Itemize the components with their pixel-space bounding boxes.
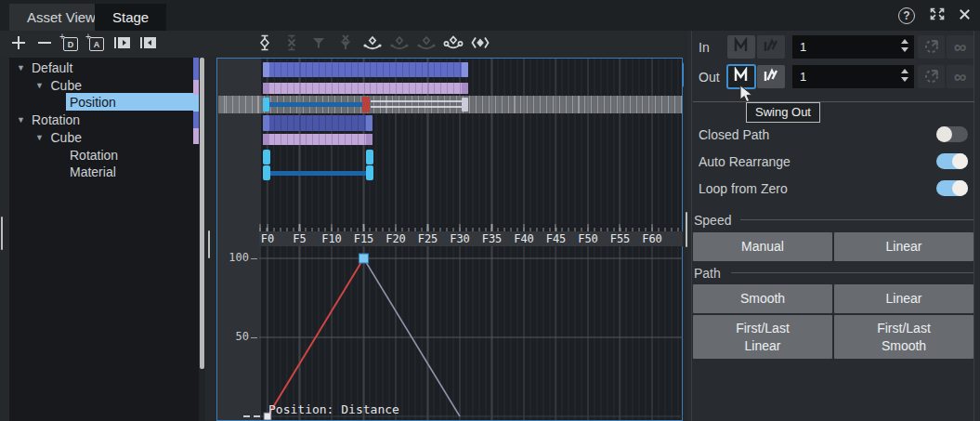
out-count-input[interactable]: 1 bbox=[792, 65, 914, 88]
path-smooth-button[interactable]: Smooth bbox=[693, 284, 832, 313]
in-count-spinner[interactable] bbox=[901, 39, 909, 52]
clip-start-handle[interactable] bbox=[263, 134, 269, 145]
tree-item-default[interactable]: ▼Default bbox=[9, 59, 205, 77]
collect-clip-button[interactable] bbox=[110, 33, 136, 57]
graph-keyframe-15[interactable] bbox=[359, 254, 369, 263]
help-button[interactable]: ? bbox=[895, 6, 918, 26]
path-first-last-linear-button[interactable]: First/LastLinear bbox=[693, 315, 832, 359]
save-clip-button[interactable] bbox=[136, 33, 162, 57]
curve-editor-plot[interactable] bbox=[259, 249, 683, 420]
keyframe-marker[interactable] bbox=[366, 165, 373, 180]
out-count-spinner[interactable] bbox=[901, 69, 909, 82]
loop-from-zero-toggle[interactable] bbox=[936, 180, 968, 196]
frame-label-f35: F35 bbox=[477, 232, 508, 245]
add-asset-button[interactable]: +A bbox=[84, 33, 110, 57]
effect-clip-2[interactable] bbox=[263, 134, 372, 145]
minus-icon bbox=[35, 33, 54, 56]
tree-item-rotation[interactable]: Rotation bbox=[9, 147, 205, 164]
in-infinite-button[interactable]: ∞ bbox=[947, 35, 973, 59]
delete-filtered-keys-button bbox=[332, 33, 359, 57]
speed-manual-button[interactable]: Manual bbox=[693, 232, 832, 261]
path-first-last-smooth-button[interactable]: First/LastSmooth bbox=[834, 315, 973, 359]
keyframe-marker[interactable] bbox=[263, 150, 270, 164]
application-window: Asset View Stage ? +D+A bbox=[0, 0, 980, 421]
clip-end-handle[interactable] bbox=[366, 115, 372, 131]
clip-end-handle[interactable] bbox=[462, 62, 468, 77]
closed-path-label: Closed Path bbox=[699, 127, 769, 142]
out-infinite-button[interactable]: ∞ bbox=[947, 65, 973, 88]
mouse-cursor bbox=[739, 85, 753, 108]
add-keyframe-button[interactable] bbox=[251, 33, 278, 57]
tree-item-material[interactable]: Material bbox=[9, 164, 205, 181]
curve-track-label: Position: Distance bbox=[268, 402, 399, 416]
transform-clip-2[interactable] bbox=[263, 115, 372, 131]
add-default-button[interactable]: +D bbox=[58, 33, 84, 57]
auto-rearrange-toggle[interactable] bbox=[936, 153, 968, 169]
in-loop-button[interactable] bbox=[918, 35, 945, 59]
timeline-panel: F0F5F10F15F20F25F30F35F40F45F50F55F60 10… bbox=[216, 58, 683, 421]
swing-in-button[interactable] bbox=[727, 35, 755, 59]
closed-path-toggle[interactable] bbox=[936, 126, 968, 142]
infinity-icon: ∞ bbox=[954, 38, 967, 56]
tree-item-rotation[interactable]: ▼Rotation bbox=[9, 112, 205, 129]
bounce-out-button[interactable] bbox=[757, 65, 785, 88]
expand-arrow-icon[interactable]: ▼ bbox=[17, 63, 25, 72]
transform-clip[interactable] bbox=[263, 62, 468, 77]
out-loop-button[interactable] bbox=[918, 65, 945, 88]
in-count-input[interactable]: 1 bbox=[792, 35, 914, 59]
tree-item-label: Cube bbox=[51, 78, 82, 93]
add-track-button[interactable] bbox=[6, 33, 32, 57]
speed-linear-button[interactable]: Linear bbox=[834, 232, 973, 261]
expand-arrow-icon[interactable]: ▼ bbox=[17, 115, 25, 125]
frame-label-f15: F15 bbox=[348, 232, 380, 245]
tree-item-label: Default bbox=[32, 60, 72, 75]
clip-end-handle[interactable] bbox=[462, 83, 468, 94]
clip-end-handle[interactable] bbox=[366, 134, 372, 145]
tree-item-cube[interactable]: ▼Cube bbox=[9, 129, 205, 147]
clip-start-handle[interactable] bbox=[263, 115, 269, 131]
curve-key-icon bbox=[416, 33, 437, 56]
clip-start-handle[interactable] bbox=[263, 83, 269, 94]
bounce-in-button[interactable] bbox=[757, 35, 785, 59]
remove-track-button[interactable] bbox=[32, 33, 58, 57]
tree-item-cube[interactable]: ▼Cube bbox=[9, 77, 205, 95]
keyframe-marker[interactable] bbox=[366, 150, 373, 164]
effect-clip[interactable] bbox=[263, 83, 468, 94]
add-d-box-icon: +D bbox=[63, 37, 78, 51]
loop-arrow-icon bbox=[922, 36, 941, 59]
frame-label-f60: F60 bbox=[636, 232, 668, 245]
track-toolbar: +D+A bbox=[6, 31, 162, 58]
close-button[interactable] bbox=[953, 6, 975, 26]
clip-start-handle[interactable] bbox=[263, 62, 269, 77]
keyframe-marker[interactable] bbox=[263, 165, 270, 180]
frame-label-f50: F50 bbox=[572, 232, 604, 245]
left-splitter-handle[interactable] bbox=[1, 217, 3, 250]
toggle-knob bbox=[936, 126, 952, 142]
expand-arrow-icon[interactable]: ▼ bbox=[35, 81, 44, 90]
loop-path-button[interactable] bbox=[439, 33, 466, 57]
tab-stage[interactable]: Stage bbox=[95, 4, 166, 31]
y-axis-tick bbox=[251, 258, 257, 259]
selected-track-start-key[interactable] bbox=[263, 98, 269, 112]
tree-scrollbar-thumb[interactable] bbox=[200, 58, 204, 369]
funnel-icon bbox=[309, 33, 328, 56]
transition-key-button[interactable] bbox=[466, 33, 493, 57]
maximize-button[interactable] bbox=[926, 6, 948, 26]
keyframe-toolbar bbox=[251, 31, 493, 58]
y-axis-label-50: 50 bbox=[217, 330, 249, 343]
frame-ruler[interactable]: F0F5F10F15F20F25F30F35F40F45F50F55F60 bbox=[259, 231, 683, 246]
expand-arrow-icon[interactable]: ▼ bbox=[35, 133, 44, 142]
path-linear-button[interactable]: Linear bbox=[834, 284, 973, 313]
tree-item-label: Rotation bbox=[32, 112, 80, 127]
selected-track-key-marker[interactable] bbox=[362, 97, 370, 112]
selected-track-end-key[interactable] bbox=[462, 98, 468, 112]
tree-item-label: Position bbox=[70, 95, 116, 110]
curve-key-icon bbox=[389, 33, 410, 56]
frame-label-f25: F25 bbox=[412, 232, 444, 245]
tree-item-position[interactable]: Position bbox=[9, 94, 205, 112]
inspector-frame bbox=[691, 31, 974, 421]
tree-splitter-handle[interactable] bbox=[208, 230, 210, 258]
swing-n-icon bbox=[763, 67, 779, 87]
toolbar: +D+A bbox=[0, 31, 687, 58]
add-path-key-button[interactable] bbox=[359, 33, 385, 57]
